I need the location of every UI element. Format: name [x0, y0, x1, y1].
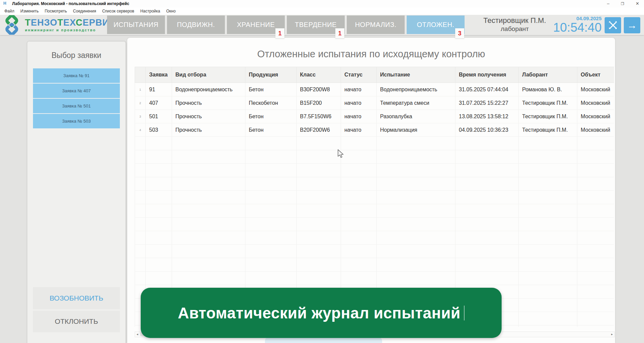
empty-row	[135, 231, 614, 245]
menu-item-view[interactable]: Посмотреть	[42, 9, 70, 13]
empty-cell	[245, 245, 297, 258]
empty-cell	[135, 150, 146, 164]
brand-name-segment: ЕНЗО	[31, 18, 58, 28]
tab-ispytaniya[interactable]: ИСПЫТАНИЯ	[107, 15, 165, 34]
empty-cell	[577, 231, 614, 245]
empty-cell	[135, 272, 146, 285]
empty-cell	[172, 164, 245, 177]
table-row[interactable]: 3501ПрочностьБетонB7.5F150W6начатоРазопа…	[135, 110, 614, 123]
empty-cell	[377, 150, 455, 164]
empty-cell	[245, 137, 297, 150]
empty-cell	[245, 164, 297, 177]
cell: начато	[341, 96, 377, 110]
empty-row	[135, 272, 614, 285]
cell: B20F200W6	[297, 123, 341, 137]
tab-label: ПОДВИЖН.	[177, 21, 215, 29]
empty-cell	[377, 191, 455, 204]
menu-item-connections[interactable]: Соединения	[70, 9, 99, 13]
request-list: Заявка № 91Заявка № 407Заявка № 501Заявк…	[33, 68, 120, 128]
empty-cell	[519, 258, 577, 272]
exit-button[interactable]: →	[624, 17, 640, 33]
tab-badge: 1	[335, 28, 344, 38]
empty-cell	[135, 231, 146, 245]
empty-cell	[519, 312, 577, 325]
request-button-91[interactable]: Заявка № 91	[33, 68, 120, 83]
cell: Бетон	[245, 123, 297, 137]
empty-cell	[341, 204, 377, 218]
empty-cell	[245, 218, 297, 231]
tab-podvizhn[interactable]: ПОДВИЖН.	[167, 15, 225, 34]
column-header[interactable]: Лаборант	[519, 67, 577, 83]
request-button-407[interactable]: Заявка № 407	[33, 84, 120, 98]
empty-cell	[297, 231, 341, 245]
brand-name-segment: С	[76, 18, 83, 28]
column-header[interactable]: Время получения	[455, 67, 519, 83]
menu-item-edit[interactable]: Изменить	[18, 9, 42, 13]
user-name: Тестировщик П.М.	[471, 16, 559, 25]
row-number: 2	[135, 96, 146, 110]
column-header[interactable]: Заявка	[146, 67, 172, 83]
clock: 04.09.2025 10:54:40	[553, 15, 602, 34]
column-header[interactable]: Объект	[577, 67, 614, 83]
minimize-icon[interactable]: –	[607, 0, 609, 7]
empty-cell	[146, 150, 172, 164]
empty-row	[135, 258, 614, 272]
cell: 407	[146, 96, 172, 110]
empty-cell	[577, 204, 614, 218]
empty-cell	[377, 272, 455, 285]
empty-cell	[135, 258, 146, 272]
column-header[interactable]: Класс	[297, 67, 341, 83]
table-row[interactable]: 2407ПрочностьПескобетонB15F200начатоТемп…	[135, 96, 614, 110]
tab-otlozhen[interactable]: ОТЛОЖЕН.3	[407, 15, 465, 34]
empty-cell	[377, 245, 455, 258]
column-header[interactable]: Испытание	[377, 67, 455, 83]
resume-button[interactable]: ВОЗОБНОВИТЬ	[33, 287, 120, 309]
empty-cell	[519, 299, 577, 312]
fullscreen-button[interactable]	[605, 17, 621, 33]
cell: Прочность	[172, 110, 245, 123]
table-row[interactable]: 191ВодонепроницаемостьБетонB30F200W8нача…	[135, 83, 614, 96]
menu-item-window[interactable]: Окно	[163, 9, 179, 13]
empty-cell	[577, 218, 614, 231]
empty-cell	[377, 137, 455, 150]
scroll-left-icon[interactable]: ◄	[135, 333, 140, 336]
table-header-row: ЗаявкаВид отбораПродукцияКлассСтатусИспы…	[135, 67, 614, 83]
cell: Водонепроницаемость	[377, 83, 455, 96]
empty-cell	[146, 272, 172, 285]
column-header[interactable]: Статус	[341, 67, 377, 83]
request-button-503[interactable]: Заявка № 503	[33, 114, 120, 128]
row-number: 3	[135, 110, 146, 123]
table-row[interactable]: 4503ПрочностьБетонB20F200W6начатоНормали…	[135, 123, 614, 137]
close-icon[interactable]: ✕	[636, 0, 639, 7]
brand-name-segment: Т	[25, 18, 31, 28]
menu-item-file[interactable]: Файл	[1, 9, 18, 13]
empty-cell	[455, 218, 519, 231]
menu-item-server-list[interactable]: Список серверов	[99, 9, 137, 13]
empty-cell	[135, 218, 146, 231]
empty-row	[135, 204, 614, 218]
empty-row	[135, 164, 614, 177]
request-button-501[interactable]: Заявка № 501	[33, 99, 120, 113]
maximize-icon[interactable]: ❐	[621, 0, 624, 7]
cell: Бетон	[245, 110, 297, 123]
empty-cell	[519, 137, 577, 150]
empty-cell	[455, 258, 519, 272]
column-header[interactable]: Продукция	[245, 67, 297, 83]
empty-cell	[135, 245, 146, 258]
tab-tverdenie[interactable]: ТВЕРДЕНИЕ1	[287, 15, 345, 34]
tab-normaliz[interactable]: НОРМАЛИЗ.	[347, 15, 405, 34]
empty-cell	[519, 164, 577, 177]
empty-cell	[146, 164, 172, 177]
tab-khranenie[interactable]: ХРАНЕНИЕ1	[227, 15, 285, 34]
cell: Тестировщик П.М.	[519, 123, 577, 137]
tab-bar: ИСПЫТАНИЯПОДВИЖН.ХРАНЕНИЕ1ТВЕРДЕНИЕ1НОРМ…	[107, 15, 465, 34]
fullscreen-icon	[609, 21, 617, 30]
column-header[interactable]: Вид отбора	[172, 67, 245, 83]
decline-button[interactable]: ОТКЛОНИТЬ	[33, 311, 120, 332]
caption-text: Автоматический журнал испытаний	[178, 304, 461, 322]
cell: 91	[146, 83, 172, 96]
empty-cell	[519, 150, 577, 164]
scroll-right-icon[interactable]: ►	[610, 333, 614, 336]
empty-cell	[519, 285, 577, 299]
menu-item-settings[interactable]: Настройка	[137, 9, 163, 13]
